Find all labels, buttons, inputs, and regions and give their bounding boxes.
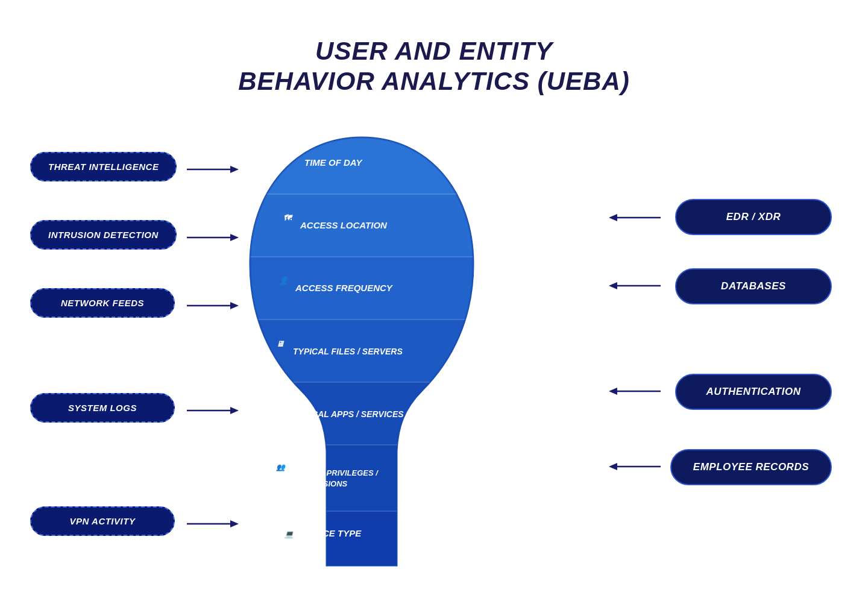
left-pill-threat-intelligence: THREAT INTELLIGENCE (30, 152, 177, 181)
arrow-threat-intelligence (187, 165, 241, 174)
svg-text:TIME OF DAY: TIME OF DAY (304, 157, 363, 168)
arrow-employee-records (609, 462, 663, 471)
svg-text:🖥: 🖥 (276, 402, 285, 411)
svg-text:💻: 💻 (284, 529, 295, 538)
svg-text:TYPICAL FILES / SERVERS: TYPICAL FILES / SERVERS (293, 347, 403, 356)
svg-text:🗺: 🗺 (283, 213, 293, 222)
svg-marker-29 (230, 166, 239, 173)
svg-text:ACCESS LOCATION: ACCESS LOCATION (300, 220, 388, 230)
arrow-intrusion-detection (187, 233, 241, 242)
arrow-authentication (609, 386, 663, 396)
svg-text:TYPICAL APPS / SERVICES: TYPICAL APPS / SERVICES (293, 409, 404, 419)
svg-text:👥: 👥 (275, 462, 287, 471)
svg-rect-0 (235, 131, 488, 194)
svg-rect-3 (235, 319, 488, 382)
left-pill-system-logs: SYSTEM LOGS (30, 393, 175, 423)
right-pill-employee-records: EMPLOYEE RECORDS (670, 449, 832, 485)
diagram-container: ⏱ TIME OF DAY 🗺 ACCESS LOCATION 👤 ACCESS… (0, 121, 868, 579)
svg-text:ROLES / PRIVILEGES /: ROLES / PRIVILEGES / (293, 468, 379, 477)
svg-text:🖥: 🖥 (276, 339, 285, 348)
right-pill-authentication: AUTHENTICATION (675, 374, 832, 410)
svg-rect-5 (235, 445, 488, 511)
arrow-network-feeds (187, 301, 241, 310)
left-pill-vpn-activity: VPN ACTIVITY (30, 506, 175, 536)
svg-marker-33 (230, 302, 239, 309)
svg-text:⏱: ⏱ (289, 151, 298, 160)
svg-marker-35 (230, 407, 239, 414)
arrow-databases (609, 281, 663, 291)
svg-marker-40 (609, 282, 617, 289)
head-silhouette: ⏱ TIME OF DAY 🗺 ACCESS LOCATION 👤 ACCESS… (235, 131, 488, 571)
svg-rect-1 (235, 194, 488, 257)
svg-rect-2 (235, 257, 488, 319)
left-pill-intrusion-detection: INTRUSION DETECTION (30, 220, 177, 250)
page-title: USER AND ENTITY BEHAVIOR ANALYTICS (UEBA… (0, 0, 868, 97)
svg-text:ACCESS FREQUENCY: ACCESS FREQUENCY (295, 283, 394, 293)
title-line2: BEHAVIOR ANALYTICS (UEBA) (0, 66, 868, 96)
arrow-vpn-activity (187, 519, 241, 529)
svg-marker-44 (609, 463, 617, 470)
title-line1: USER AND ENTITY (0, 36, 868, 66)
right-pill-edr-xdr: EDR / XDR (675, 199, 832, 235)
svg-marker-37 (230, 520, 239, 527)
arrow-edr-xdr (609, 213, 663, 222)
svg-text:PERMISSIONS: PERMISSIONS (293, 479, 348, 488)
svg-text:DEVICE TYPE: DEVICE TYPE (301, 528, 362, 538)
arrow-system-logs (187, 406, 241, 415)
svg-marker-42 (609, 388, 617, 395)
svg-marker-38 (609, 214, 617, 221)
left-pill-network-feeds: NETWORK FEEDS (30, 288, 175, 318)
right-pill-databases: DATABASES (675, 268, 832, 304)
svg-marker-31 (230, 234, 239, 241)
svg-rect-6 (235, 511, 488, 571)
svg-rect-4 (235, 382, 488, 445)
svg-text:👤: 👤 (278, 275, 291, 286)
